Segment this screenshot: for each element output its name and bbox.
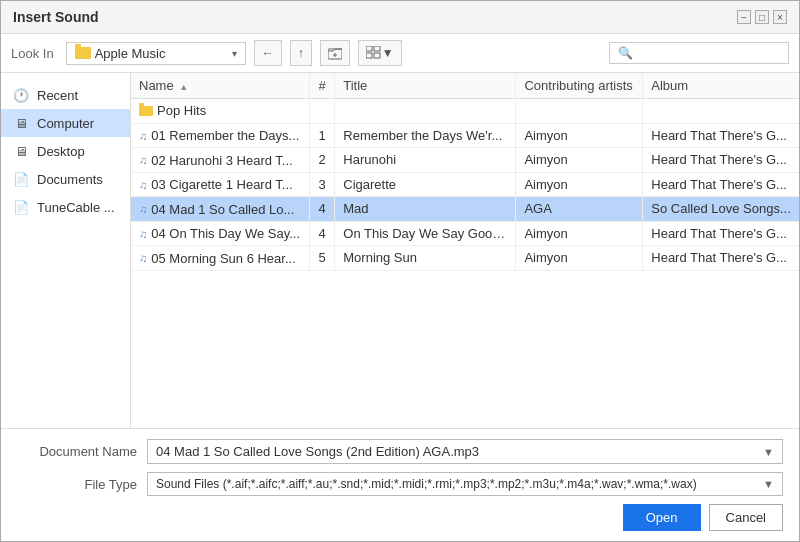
file-table: Name ▲ # Title Contributing artists: [131, 73, 799, 271]
sidebar-item-label: TuneCable ...: [37, 200, 115, 215]
insert-sound-dialog: Insert Sound − □ × Look In Apple Music ▾…: [0, 0, 800, 542]
sort-icon: ▲: [179, 82, 188, 92]
tunecable-icon: 📄: [13, 199, 29, 215]
music-icon: ♫: [139, 179, 147, 191]
table-row[interactable]: ♫ 01 Remember the Days...1Remember the D…: [131, 123, 799, 148]
cancel-button[interactable]: Cancel: [709, 504, 783, 531]
sidebar-item-recent[interactable]: 🕐 Recent: [1, 81, 130, 109]
table-row[interactable]: ♫ 04 On This Day We Say...4On This Day W…: [131, 221, 799, 246]
cell-artist: AGA: [516, 197, 643, 222]
music-icon: ♫: [139, 130, 147, 142]
cell-title: Remember the Days We'r...: [335, 123, 516, 148]
maximize-button[interactable]: □: [755, 10, 769, 24]
sidebar-item-documents[interactable]: 📄 Documents: [1, 165, 130, 193]
cell-album: [643, 99, 799, 124]
sidebar-item-label: Documents: [37, 172, 103, 187]
cell-title: Morning Sun: [335, 246, 516, 271]
cell-artist: Aimyon: [516, 246, 643, 271]
title-bar-controls: − □ ×: [737, 10, 787, 24]
view-button[interactable]: ▼: [358, 40, 402, 66]
cell-album: Heard That There's G...: [643, 123, 799, 148]
recent-icon: 🕐: [13, 87, 29, 103]
table-row[interactable]: ♫ 02 Harunohi 3 Heard T...2HarunohiAimyo…: [131, 148, 799, 173]
cell-num: 2: [310, 148, 335, 173]
svg-rect-1: [366, 46, 372, 51]
cell-title: Harunohi: [335, 148, 516, 173]
cell-num: 4: [310, 197, 335, 222]
close-button[interactable]: ×: [773, 10, 787, 24]
folder-icon: [75, 47, 91, 59]
music-icon: ♫: [139, 228, 147, 240]
table-row[interactable]: Pop Hits: [131, 99, 799, 124]
table-row[interactable]: ♫ 04 Mad 1 So Called Lo...4MadAGASo Call…: [131, 197, 799, 222]
cell-name: ♫ 01 Remember the Days...: [131, 123, 310, 148]
file-type-dropdown-arrow[interactable]: ▼: [763, 478, 774, 490]
computer-icon: 🖥: [13, 115, 29, 131]
music-icon: ♫: [139, 203, 147, 215]
col-header-num[interactable]: #: [310, 73, 335, 99]
up-button[interactable]: ↑: [290, 40, 312, 66]
doc-name-dropdown-arrow[interactable]: ▼: [763, 446, 774, 458]
col-header-artist[interactable]: Contributing artists: [516, 73, 643, 99]
svg-rect-4: [374, 53, 380, 58]
doc-name-label: Document Name: [17, 444, 137, 459]
dialog-title: Insert Sound: [13, 9, 99, 25]
minimize-button[interactable]: −: [737, 10, 751, 24]
sidebar-item-label: Recent: [37, 88, 78, 103]
cell-title: On This Day We Say Good...: [335, 221, 516, 246]
folder-icon: [139, 106, 153, 116]
open-button[interactable]: Open: [623, 504, 701, 531]
look-in-value: Apple Music: [95, 46, 228, 61]
col-header-album[interactable]: Album: [643, 73, 799, 99]
sidebar-item-tunecable[interactable]: 📄 TuneCable ...: [1, 193, 130, 221]
table-row[interactable]: ♫ 03 Cigarette 1 Heard T...3CigaretteAim…: [131, 172, 799, 197]
search-box[interactable]: 🔍: [609, 42, 789, 64]
cell-album: Heard That There's G...: [643, 148, 799, 173]
view-icon: [366, 46, 382, 60]
cell-artist: Aimyon: [516, 221, 643, 246]
doc-name-input[interactable]: 04 Mad 1 So Called Love Songs (2nd Editi…: [147, 439, 783, 464]
cell-album: Heard That There's G...: [643, 172, 799, 197]
look-in-dropdown[interactable]: Apple Music ▾: [66, 42, 246, 65]
cell-num: 1: [310, 123, 335, 148]
cell-name: ♫ 03 Cigarette 1 Heard T...: [131, 172, 310, 197]
doc-name-row: Document Name 04 Mad 1 So Called Love So…: [17, 439, 783, 464]
dropdown-arrow-icon: ▾: [232, 48, 237, 59]
file-type-label: File Type: [17, 477, 137, 492]
svg-rect-3: [374, 46, 380, 51]
sidebar-item-computer[interactable]: 🖥 Computer: [1, 109, 130, 137]
cell-title: Cigarette: [335, 172, 516, 197]
svg-rect-2: [366, 53, 372, 58]
cell-name: ♫ 04 On This Day We Say...: [131, 221, 310, 246]
cell-album: Heard That There's G...: [643, 246, 799, 271]
col-header-title[interactable]: Title: [335, 73, 516, 99]
new-folder-button[interactable]: [320, 40, 350, 66]
cell-artist: [516, 99, 643, 124]
title-bar: Insert Sound − □ ×: [1, 1, 799, 34]
sidebar: 🕐 Recent 🖥 Computer 🖥 Desktop 📄 Document…: [1, 73, 131, 428]
back-button[interactable]: ←: [254, 40, 282, 66]
cell-name: ♫ 05 Morning Sun 6 Hear...: [131, 246, 310, 271]
sidebar-item-desktop[interactable]: 🖥 Desktop: [1, 137, 130, 165]
toolbar: Look In Apple Music ▾ ← ↑ ▼ 🔍: [1, 34, 799, 73]
file-table-body: Pop Hits♫ 01 Remember the Days...1Rememb…: [131, 99, 799, 271]
search-input[interactable]: [637, 46, 780, 60]
file-type-input[interactable]: Sound Files (*.aif;*.aifc;*.aiff;*.au;*.…: [147, 472, 783, 496]
cell-num: 3: [310, 172, 335, 197]
cell-name: ♫ 04 Mad 1 So Called Lo...: [131, 197, 310, 222]
col-header-name[interactable]: Name ▲: [131, 73, 310, 99]
cell-artist: Aimyon: [516, 123, 643, 148]
cell-num: [310, 99, 335, 124]
table-header-row: Name ▲ # Title Contributing artists: [131, 73, 799, 99]
table-row[interactable]: ♫ 05 Morning Sun 6 Hear...5Morning SunAi…: [131, 246, 799, 271]
cell-title: Mad: [335, 197, 516, 222]
cell-album: Heard That There's G...: [643, 221, 799, 246]
documents-icon: 📄: [13, 171, 29, 187]
cell-num: 5: [310, 246, 335, 271]
desktop-icon: 🖥: [13, 143, 29, 159]
bottom-bar: Document Name 04 Mad 1 So Called Love So…: [1, 428, 799, 541]
action-buttons: Open Cancel: [17, 504, 783, 531]
cell-artist: Aimyon: [516, 172, 643, 197]
file-area: Name ▲ # Title Contributing artists: [131, 73, 799, 428]
search-icon: 🔍: [618, 46, 633, 60]
